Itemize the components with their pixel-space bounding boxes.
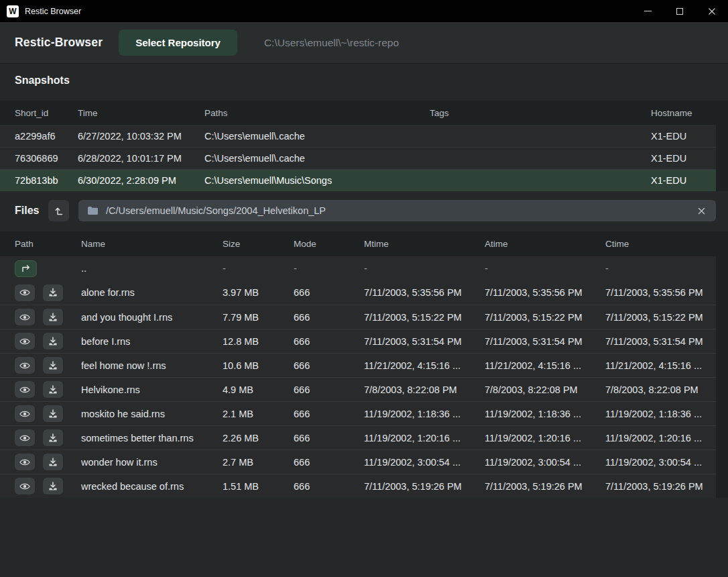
view-file-icon xyxy=(19,482,30,490)
clear-icon xyxy=(697,207,706,215)
download-file-button[interactable] xyxy=(43,405,63,422)
snapshots-section-title: Snapshots xyxy=(15,74,713,87)
snapshots-table-header: Short_id Time Paths Tags Hostname xyxy=(0,101,728,125)
view-file-icon xyxy=(19,410,30,418)
download-file-icon xyxy=(48,385,58,395)
column-header-mtime: Mtime xyxy=(364,239,485,249)
view-file-button[interactable] xyxy=(15,309,35,325)
download-file-button[interactable] xyxy=(43,284,63,301)
file-row[interactable]: wonder how it.rns 2.7 MB 666 11/19/2002,… xyxy=(0,450,728,474)
download-file-button[interactable] xyxy=(43,309,63,325)
file-name: Helvikone.rns xyxy=(81,384,223,395)
file-mode: 666 xyxy=(294,409,364,419)
minimize-button[interactable] xyxy=(631,0,664,22)
file-mode: 666 xyxy=(294,287,364,298)
file-ctime: 11/19/2002, 3:00:54 ... xyxy=(605,457,716,468)
file-atime: 11/19/2002, 1:18:36 ... xyxy=(485,409,605,419)
file-row[interactable]: before I.rns 12.8 MB 666 7/11/2003, 5:31… xyxy=(0,329,728,353)
file-row[interactable]: alone for.rns 3.97 MB 666 7/11/2003, 5:3… xyxy=(0,280,728,305)
snapshot-time: 6/27/2022, 10:03:32 PM xyxy=(78,131,204,142)
view-file-button[interactable] xyxy=(15,381,35,398)
view-file-button[interactable] xyxy=(15,405,35,422)
select-repository-button[interactable]: Select Repository xyxy=(119,30,237,56)
files-scrollbar[interactable] xyxy=(716,231,728,498)
file-row[interactable]: feel home now !.rns 10.6 MB 666 11/21/20… xyxy=(0,353,728,377)
download-file-icon xyxy=(48,409,58,419)
download-file-icon xyxy=(48,458,58,467)
file-mode: - xyxy=(294,263,364,274)
file-ctime: - xyxy=(605,263,716,274)
download-file-icon xyxy=(48,337,58,346)
file-atime: 11/19/2002, 1:20:16 ... xyxy=(485,433,605,443)
file-size: 10.6 MB xyxy=(223,360,294,371)
file-size: - xyxy=(223,263,294,274)
download-file-button[interactable] xyxy=(43,478,63,494)
column-header-ctime: Ctime xyxy=(605,239,716,249)
file-ctime: 11/19/2002, 1:18:36 ... xyxy=(605,409,716,419)
parent-directory-row[interactable]: .. - - - - - xyxy=(0,256,728,280)
file-size: 12.8 MB xyxy=(223,336,294,347)
snapshots-scrollbar[interactable] xyxy=(716,101,728,191)
file-row[interactable]: sometimes better than.rns 2.26 MB 666 11… xyxy=(0,425,728,450)
download-file-button[interactable] xyxy=(43,357,63,374)
file-mtime: 11/19/2002, 3:00:54 ... xyxy=(364,457,485,468)
download-file-button[interactable] xyxy=(43,454,63,470)
download-file-button[interactable] xyxy=(43,333,63,350)
restore-snapshot-icon xyxy=(54,206,64,216)
file-row[interactable]: moskito he said.rns 2.1 MB 666 11/19/200… xyxy=(0,401,728,425)
maximize-icon xyxy=(676,8,683,15)
view-file-button[interactable] xyxy=(15,478,35,494)
file-ctime: 7/8/2003, 8:22:08 PM xyxy=(605,384,716,395)
file-row[interactable]: wrecked because of.rns 1.51 MB 666 7/11/… xyxy=(0,474,728,498)
file-ctime: 7/11/2003, 5:15:22 PM xyxy=(605,312,716,323)
snapshot-row[interactable]: 76306869 6/28/2022, 10:01:17 PM C:\Users… xyxy=(0,147,728,169)
file-size: 3.97 MB xyxy=(223,287,294,298)
download-file-icon xyxy=(48,313,58,322)
view-file-button[interactable] xyxy=(15,357,35,374)
file-name: wonder how it.rns xyxy=(81,457,223,468)
column-header-hostname: Hostname xyxy=(651,108,716,118)
file-name: alone for.rns xyxy=(81,287,223,298)
file-name: moskito he said.rns xyxy=(81,409,223,419)
app-logo-icon: W xyxy=(7,5,19,17)
file-mtime: - xyxy=(364,263,485,274)
maximize-button[interactable] xyxy=(664,0,696,22)
minimize-icon xyxy=(644,11,652,11)
file-name: sometimes better than.rns xyxy=(81,433,223,443)
snapshot-short-id: 72b813bb xyxy=(15,175,78,186)
view-file-icon xyxy=(19,288,30,297)
view-file-button[interactable] xyxy=(15,429,35,446)
file-ctime: 11/19/2002, 1:20:16 ... xyxy=(605,433,716,443)
snapshot-short-id: 76306869 xyxy=(15,153,78,164)
go-parent-directory-button[interactable] xyxy=(15,260,37,277)
files-path-input[interactable]: /C/Users/emuell/Music/Songs/2004_Helveti… xyxy=(78,200,716,221)
view-file-button[interactable] xyxy=(15,454,35,470)
snapshot-hostname: X1-EDU xyxy=(651,175,716,186)
view-file-button[interactable] xyxy=(15,333,35,350)
view-file-icon xyxy=(19,313,30,321)
view-file-button[interactable] xyxy=(15,284,35,301)
files-table-header: Path Name Size Mode Mtime Atime Ctime xyxy=(0,231,728,256)
close-button[interactable] xyxy=(696,0,728,22)
restore-snapshot-button[interactable] xyxy=(48,200,69,221)
file-ctime: 7/11/2003, 5:35:56 PM xyxy=(605,287,716,298)
file-mode: 666 xyxy=(294,336,364,347)
snapshot-row[interactable]: a2299af6 6/27/2022, 10:03:32 PM C:\Users… xyxy=(0,125,728,147)
download-file-button[interactable] xyxy=(43,429,63,446)
snapshot-time: 6/30/2022, 2:28:09 PM xyxy=(78,175,204,186)
files-table-body: alone for.rns 3.97 MB 666 7/11/2003, 5:3… xyxy=(0,280,728,498)
column-header-time: Time xyxy=(78,108,204,118)
snapshot-time: 6/28/2022, 10:01:17 PM xyxy=(78,153,204,164)
column-header-paths: Paths xyxy=(204,108,430,118)
clear-path-button[interactable] xyxy=(696,205,707,217)
snapshot-row[interactable]: 72b813bb 6/30/2022, 2:28:09 PM C:\Users\… xyxy=(0,169,728,191)
file-mode: 666 xyxy=(294,433,364,443)
file-row[interactable]: Helvikone.rns 4.9 MB 666 7/8/2003, 8:22:… xyxy=(0,377,728,401)
file-row[interactable]: and you thought I.rns 7.79 MB 666 7/11/2… xyxy=(0,305,728,329)
file-mtime: 11/21/2002, 4:15:16 ... xyxy=(364,360,485,371)
file-mtime: 11/19/2002, 1:18:36 ... xyxy=(364,409,485,419)
app-header: Restic-Browser Select Repository C:\User… xyxy=(0,22,728,64)
view-file-icon xyxy=(19,458,30,466)
download-file-button[interactable] xyxy=(43,381,63,398)
file-mtime: 7/11/2003, 5:35:56 PM xyxy=(364,287,485,298)
